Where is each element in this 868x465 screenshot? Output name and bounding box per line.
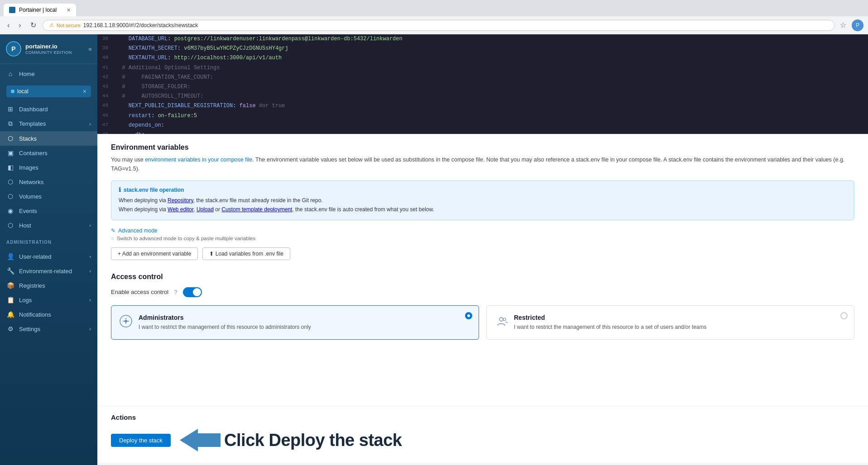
images-label: Images — [19, 164, 38, 171]
deploy-stack-button[interactable]: Deploy the stack — [111, 434, 171, 447]
sidebar-item-registries[interactable]: 📦 Registries — [0, 278, 97, 293]
sidebar-item-dashboard[interactable]: ⊞ Dashboard — [0, 102, 97, 116]
content-area: Environment variables You may use enviro… — [97, 134, 868, 406]
sidebar-item-host[interactable]: ⬡ Host › — [0, 218, 97, 232]
administrators-card[interactable]: Administrators I want to restrict the ma… — [111, 305, 479, 340]
registries-icon: 📦 — [6, 282, 14, 289]
sidebar-item-notifications[interactable]: 🔔 Notifications — [0, 307, 97, 322]
not-secure-label: Not secure — [57, 23, 81, 28]
sidebar-item-stacks[interactable]: ⬡ Stacks — [0, 131, 97, 146]
sidebar-item-home[interactable]: ⌂ Home — [0, 66, 97, 81]
custom-template-link[interactable]: Custom template deployment — [221, 206, 292, 213]
line-num-47: 47 — [97, 121, 115, 129]
access-control-help-icon[interactable]: ? — [174, 289, 177, 296]
upload-link[interactable]: Upload — [197, 206, 214, 213]
sidebar-item-images[interactable]: ◧ Images — [0, 160, 97, 175]
administrators-radio[interactable] — [465, 312, 472, 319]
code-line-40: 40 NEXTAUTH_URL: http://localhost:3000/a… — [97, 53, 868, 63]
sidebar-item-settings[interactable]: ⚙ Settings › — [0, 322, 97, 336]
code-scroll-area[interactable]: 38 DATABASE_URL: postgres://linkwardenus… — [97, 34, 868, 134]
line-num-40: 40 — [97, 54, 115, 62]
profile-button[interactable]: P — [852, 19, 863, 31]
stack-env-info-box: stack.env file operation When deploying … — [111, 180, 854, 220]
info-line1: When deploying via Repository, the stack… — [119, 196, 847, 205]
sidebar: P portainer.io COMMUNITY EDITION « ⌂ Hom… — [0, 34, 97, 465]
env-related-icon: 🔧 — [6, 267, 14, 275]
access-cards-container: Administrators I want to restrict the ma… — [111, 305, 854, 340]
tab-close-button[interactable]: × — [67, 6, 71, 14]
env-section: local × — [0, 84, 97, 99]
sidebar-item-networks[interactable]: ⬡ Networks — [0, 175, 97, 189]
user-related-chevron-icon: › — [89, 254, 91, 259]
administrators-card-title: Administrators — [139, 314, 311, 321]
stacks-icon: ⬡ — [6, 135, 14, 142]
line-num-46: 46 — [97, 112, 115, 120]
browser-nav-bar: ‹ › ↻ ⚠ Not secure 192.168.1.18:9000/#!/… — [0, 16, 868, 34]
access-control-section: Access control Enable access control ? — [111, 273, 854, 340]
administrators-card-desc: I want to restrict the management of thi… — [139, 323, 311, 331]
sidebar-item-env-related[interactable]: 🔧 Environment-related › — [0, 264, 97, 278]
load-variables-button[interactable]: ⬆ Load variables from .env file — [202, 247, 290, 260]
notifications-label: Notifications — [19, 311, 51, 318]
restricted-card-content: Restricted I want to restrict the manage… — [514, 314, 707, 331]
actions-bar: Actions Deploy the stack Click Deploy th… — [97, 406, 868, 463]
info-box-title: stack.env file operation — [119, 186, 847, 193]
back-button[interactable]: ‹ — [5, 20, 12, 30]
forward-button[interactable]: › — [16, 20, 24, 30]
administrators-card-content: Administrators I want to restrict the ma… — [139, 314, 311, 331]
env-related-label: Environment-related — [19, 268, 72, 275]
repository-link[interactable]: Repository — [168, 197, 193, 204]
sidebar-item-containers[interactable]: ▣ Containers — [0, 146, 97, 160]
main-content: 38 DATABASE_URL: postgres://linkwardenus… — [97, 34, 868, 465]
restricted-card-desc: I want to restrict the management of thi… — [514, 323, 707, 331]
sidebar-item-volumes[interactable]: ⬡ Volumes — [0, 189, 97, 204]
host-icon: ⬡ — [6, 222, 14, 229]
address-bar[interactable]: ⚠ Not secure 192.168.1.18:9000/#!/2/dock… — [43, 20, 834, 31]
code-line-48: 48 db: — [97, 130, 868, 134]
env-variables-section: Environment variables You may use enviro… — [111, 143, 854, 260]
restricted-radio[interactable] — [840, 312, 848, 319]
settings-chevron-icon: › — [89, 326, 91, 332]
restricted-card-title: Restricted — [514, 314, 707, 321]
home-icon: ⌂ — [6, 70, 14, 77]
reload-button[interactable]: ↻ — [28, 20, 39, 30]
svg-point-6 — [499, 318, 503, 321]
browser-tab[interactable]: Portainer | local × — [4, 4, 76, 16]
sidebar-item-user-related[interactable]: 👤 User-related › — [0, 249, 97, 264]
sidebar-admin-nav: 👤 User-related › 🔧 Environment-related ›… — [0, 247, 97, 339]
logo-area: P portainer.io COMMUNITY EDITION « — [0, 34, 97, 64]
sidebar-item-templates[interactable]: ⧉ Templates › — [0, 116, 97, 131]
bookmark-icon[interactable]: ☆ — [838, 19, 848, 31]
templates-icon: ⧉ — [6, 120, 14, 128]
templates-label: Templates — [19, 120, 46, 127]
volumes-icon: ⬡ — [6, 193, 14, 200]
notifications-icon: 🔔 — [6, 311, 14, 318]
code-editor: 38 DATABASE_URL: postgres://linkwardenus… — [97, 34, 868, 134]
add-env-variable-button[interactable]: + Add an environment variable — [111, 247, 198, 260]
env-name: local — [17, 88, 29, 95]
stacks-label: Stacks — [19, 135, 37, 142]
sidebar-item-logs[interactable]: 📋 Logs › — [0, 293, 97, 307]
access-control-toggle[interactable] — [183, 287, 202, 297]
url-text: 192.168.1.18:9000/#!/2/docker/stacks/new… — [83, 22, 198, 28]
advanced-mode-toggle[interactable]: Advanced mode — [111, 228, 854, 234]
svg-text:P: P — [11, 45, 15, 52]
tab-title: Portainer | local — [19, 7, 57, 13]
logs-chevron-icon: › — [89, 297, 91, 303]
sidebar-item-events[interactable]: ◉ Events — [0, 204, 97, 218]
line-num-38: 38 — [97, 35, 115, 43]
env-close-button[interactable]: × — [83, 88, 86, 95]
code-line-39: 39 NEXTAUTH_SECRET: v6M37byB5LwYHCPZyCJz… — [97, 44, 868, 53]
sidebar-collapse-button[interactable]: « — [88, 45, 92, 52]
enable-access-control-row: Enable access control ? — [111, 287, 854, 297]
user-related-icon: 👤 — [6, 253, 14, 260]
restricted-card[interactable]: Restricted I want to restrict the manage… — [486, 305, 854, 340]
volumes-label: Volumes — [19, 193, 42, 200]
actions-row: Deploy the stack Click Deploy the stack — [111, 427, 854, 454]
info-line2: When deploying via Web editor, Upload or… — [119, 205, 847, 214]
svg-point-5 — [125, 320, 127, 323]
web-editor-link[interactable]: Web editor — [168, 206, 193, 213]
env-compose-link[interactable]: environment variables in your compose fi… — [145, 157, 252, 163]
env-desc-text1: You may use — [111, 157, 145, 163]
administrators-icon — [120, 315, 132, 330]
